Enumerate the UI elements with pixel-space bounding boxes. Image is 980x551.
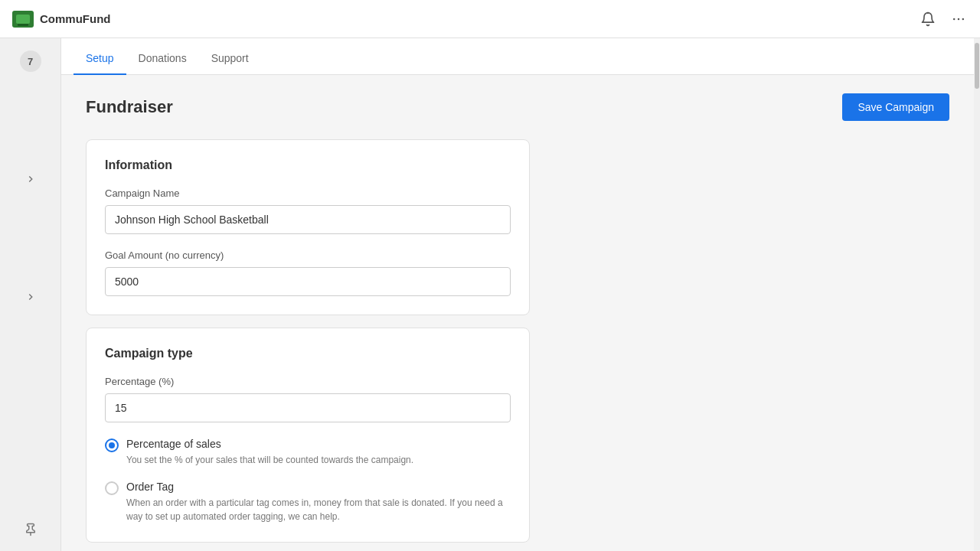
radio-percentage-of-sales-description: You set the % of your sales that will be… [126, 453, 511, 467]
sidebar: 7 [0, 38, 61, 551]
campaign-type-card: Campaign type Percentage (%) Percentage … [86, 328, 530, 543]
more-options-icon[interactable] [949, 10, 968, 28]
svg-point-2 [958, 18, 960, 20]
content-area: Setup Donations Support Fundraiser Save … [61, 38, 974, 551]
information-card-title: Information [105, 158, 511, 172]
percentage-group: Percentage (%) [105, 376, 511, 422]
percentage-label: Percentage (%) [105, 376, 511, 387]
radio-order-tag-circle [105, 481, 119, 495]
campaign-name-label: Campaign Name [105, 187, 511, 199]
notification-icon[interactable] [919, 10, 937, 28]
app-logo [12, 11, 34, 28]
percentage-input[interactable] [105, 393, 511, 422]
page-header: Fundraiser Save Campaign [86, 93, 949, 121]
radio-percentage-of-sales-content: Percentage of sales You set the % of you… [126, 438, 511, 467]
goal-amount-input[interactable] [105, 267, 511, 296]
goal-amount-label: Goal Amount (no currency) [105, 249, 511, 261]
app-name: CommuFund [40, 12, 110, 25]
tab-setup[interactable]: Setup [74, 43, 126, 75]
tab-bar: Setup Donations Support [61, 38, 974, 75]
header-actions [919, 10, 968, 28]
campaign-type-card-title: Campaign type [105, 347, 511, 360]
sidebar-badge: 7 [20, 51, 41, 72]
radio-percentage-of-sales-label: Percentage of sales [126, 438, 511, 450]
radio-order-tag-content: Order Tag When an order with a particula… [126, 481, 511, 523]
sidebar-expand-top[interactable] [21, 170, 40, 188]
sidebar-bottom [21, 520, 40, 539]
sidebar-expand-bottom[interactable] [21, 288, 40, 306]
page-title: Fundraiser [86, 97, 173, 117]
app-branding: CommuFund [12, 11, 110, 28]
tab-support[interactable]: Support [199, 43, 261, 75]
scrollbar[interactable] [974, 38, 980, 551]
tab-donations[interactable]: Donations [126, 43, 199, 75]
campaign-name-group: Campaign Name [105, 187, 511, 234]
campaign-name-input[interactable] [105, 205, 511, 234]
main-layout: 7 Setup Donations Support Fundrai [0, 38, 980, 551]
radio-percentage-of-sales[interactable]: Percentage of sales You set the % of you… [105, 438, 511, 467]
svg-point-3 [962, 18, 965, 20]
app-header: CommuFund [0, 0, 980, 38]
sidebar-pin-icon[interactable] [21, 520, 40, 539]
radio-order-tag[interactable]: Order Tag When an order with a particula… [105, 481, 511, 523]
page-content: Fundraiser Save Campaign Information Cam… [61, 75, 974, 551]
information-card: Information Campaign Name Goal Amount (n… [86, 139, 530, 315]
save-campaign-button[interactable]: Save Campaign [842, 93, 949, 121]
radio-percentage-of-sales-circle [105, 439, 119, 452]
svg-point-1 [953, 18, 956, 20]
radio-order-tag-label: Order Tag [126, 481, 511, 493]
goal-amount-group: Goal Amount (no currency) [105, 249, 511, 296]
radio-order-tag-description: When an order with a particular tag come… [126, 496, 511, 523]
scrollbar-thumb [975, 43, 979, 89]
